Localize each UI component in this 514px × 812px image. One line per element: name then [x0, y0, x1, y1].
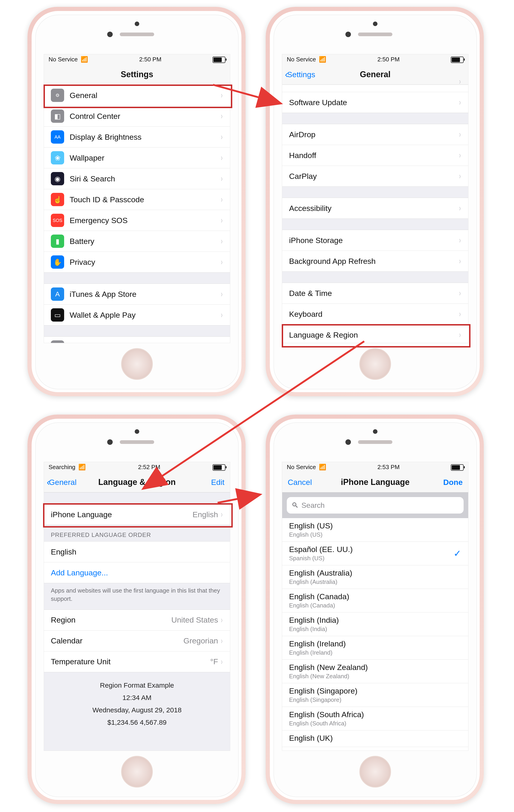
language-option[interactable]: English (New Zealand)English (New Zealan…: [282, 660, 468, 683]
app-icon: ▮: [51, 235, 64, 248]
region-row-region[interactable]: RegionUnited States›: [44, 610, 230, 631]
preferred-language-header: PREFERRED LANGUAGE ORDER: [44, 525, 230, 541]
settings-row-wallet-apple-pay[interactable]: ▭Wallet & Apple Pay›: [44, 304, 230, 325]
settings-row-emergency-sos[interactable]: SOSEmergency SOS›: [44, 210, 230, 231]
preferred-language-row[interactable]: English: [44, 542, 230, 562]
settings-row-touch-id-passcode[interactable]: ☝Touch ID & Passcode›: [44, 189, 230, 210]
settings-row-display-brightness[interactable]: AADisplay & Brightness›: [44, 127, 230, 147]
language-option[interactable]: English (UK): [282, 730, 468, 747]
general-row-date-time[interactable]: Date & Time›: [282, 283, 468, 304]
chevron-right-icon: ›: [459, 129, 461, 139]
region-row-calendar[interactable]: CalendarGregorian›: [44, 631, 230, 651]
language-subtitle: English (Singapore): [289, 696, 461, 703]
row-label: Control Center: [69, 112, 220, 121]
chevron-right-icon: ›: [221, 132, 222, 142]
language-option[interactable]: English (Canada)English (Canada): [282, 589, 468, 612]
row-value: Gregorian: [183, 636, 218, 645]
row-label: Keyboard: [289, 310, 459, 319]
sensor-dot: [373, 22, 377, 26]
language-name: Español (EE. UU.): [289, 545, 454, 554]
home-button[interactable]: [360, 756, 391, 787]
status-bar: No Service 📶 2:53 PM: [282, 462, 468, 472]
settings-row-siri-search[interactable]: ◉Siri & Search›: [44, 168, 230, 189]
row-value: English: [192, 510, 218, 519]
language-option[interactable]: English (South Africa)English (South Afr…: [282, 707, 468, 730]
chevron-right-icon: ›: [221, 90, 222, 100]
language-region-screen: Searching 📶 2:52 PM ‹ General Language &…: [44, 462, 230, 751]
settings-row-control-center[interactable]: ◧Control Center›: [44, 106, 230, 127]
home-button[interactable]: [121, 756, 153, 787]
front-camera: [107, 32, 113, 37]
front-camera: [345, 32, 351, 37]
general-row-accessibility[interactable]: Accessibility›: [282, 198, 468, 219]
app-icon: A: [51, 287, 64, 301]
language-option[interactable]: English (Ireland)English (Ireland): [282, 636, 468, 660]
language-option[interactable]: English (US)English (US): [282, 518, 468, 542]
status-bar: Searching 📶 2:52 PM: [44, 462, 230, 472]
language-option[interactable]: English (Australia)English (Australia): [282, 565, 468, 589]
carrier-text: No Service: [49, 56, 78, 63]
language-name: English (Canada): [289, 592, 461, 601]
general-row-language-region[interactable]: Language & Region›: [282, 325, 468, 343]
general-row-handoff[interactable]: Handoff›: [282, 145, 468, 166]
chevron-right-icon: ›: [459, 97, 461, 107]
carrier-text: No Service: [287, 56, 316, 63]
region-row-temperature-unit[interactable]: Temperature Unit°F›: [44, 651, 230, 672]
row-value: United States: [171, 615, 218, 625]
language-subtitle: Spanish (US): [289, 555, 454, 562]
chevron-right-icon: ›: [221, 289, 222, 299]
search-icon: 🔍︎: [291, 501, 299, 510]
nav-bar: ‹ General Language & Region Edit: [44, 472, 230, 492]
page-title: iPhone Language: [341, 477, 409, 487]
clock-text: 2:53 PM: [377, 464, 400, 471]
app-icon: ✋: [51, 255, 64, 269]
row-label: Temperature Unit: [51, 657, 210, 666]
chevron-right-icon: ›: [221, 153, 222, 163]
language-option[interactable]: English (India)English (India): [282, 612, 468, 636]
language-name: English (South Africa): [289, 710, 461, 719]
language-subtitle: English (Canada): [289, 602, 461, 609]
add-language-button[interactable]: Add Language...: [44, 562, 230, 583]
chevron-right-icon: ›: [221, 195, 222, 204]
settings-row-privacy[interactable]: ✋Privacy›: [44, 252, 230, 272]
iphone-language-row[interactable]: iPhone LanguageEnglish›: [44, 504, 230, 525]
general-row-iphone-storage[interactable]: iPhone Storage›: [282, 230, 468, 251]
language-name: English (UK): [289, 734, 461, 743]
row-label: Battery: [69, 237, 220, 246]
done-button[interactable]: Done: [443, 478, 463, 487]
app-icon: ▭: [51, 308, 64, 322]
chevron-right-icon: ›: [221, 342, 222, 343]
general-row-keyboard[interactable]: Keyboard›: [282, 304, 468, 325]
row-label: iPhone Storage: [289, 236, 459, 245]
language-name: English (Ireland): [289, 639, 461, 648]
status-bar: No Service 📶 2:50 PM: [44, 54, 230, 64]
settings-row-wallpaper[interactable]: ❀Wallpaper›: [44, 147, 230, 168]
page-title: Settings: [121, 69, 153, 79]
settings-row-general[interactable]: ⚙︎General›: [44, 85, 230, 106]
chevron-right-icon: ›: [459, 171, 461, 181]
edit-button[interactable]: Edit: [211, 478, 225, 487]
language-option[interactable]: Español (EE. UU.)Spanish (US)✓: [282, 542, 468, 565]
front-camera: [107, 439, 113, 445]
general-row-background-app-refresh[interactable]: Background App Refresh›: [282, 251, 468, 271]
search-input[interactable]: 🔍︎ Search: [287, 497, 464, 514]
general-row-airdrop[interactable]: AirDrop›: [282, 124, 468, 145]
cancel-button[interactable]: Cancel: [288, 478, 312, 487]
row-label: Accessibility: [289, 204, 459, 213]
general-row-software-update[interactable]: Software Update›: [282, 92, 468, 113]
row-value: °F: [210, 657, 218, 666]
chevron-right-icon: ›: [221, 215, 222, 225]
language-subtitle: English (Australia): [289, 578, 461, 585]
home-button[interactable]: [360, 348, 391, 380]
settings-row-itunes-app-store[interactable]: AiTunes & App Store›: [44, 284, 230, 304]
row-label: AirDrop: [289, 130, 459, 139]
general-row-carplay[interactable]: CarPlay›: [282, 166, 468, 186]
back-button[interactable]: ‹ General: [47, 477, 77, 487]
settings-row-battery[interactable]: ▮Battery›: [44, 231, 230, 252]
row-label: Calendar: [51, 636, 183, 645]
home-button[interactable]: [121, 348, 153, 380]
clock-text: 2:52 PM: [138, 464, 160, 471]
settings-row-passwords-accounts[interactable]: 🔑Passwords & Accounts›: [44, 337, 230, 343]
language-option[interactable]: English (Singapore)English (Singapore): [282, 683, 468, 707]
back-button[interactable]: ‹ Settings: [285, 70, 315, 79]
